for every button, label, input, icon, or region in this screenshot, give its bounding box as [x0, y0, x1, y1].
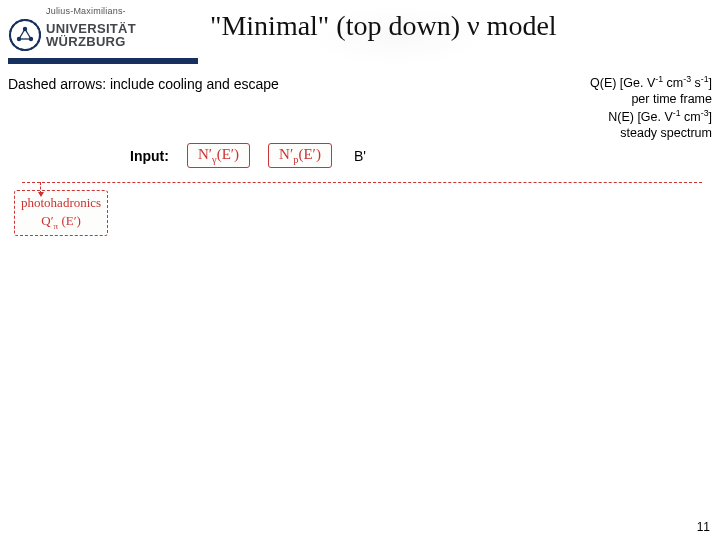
- input-b-prime: B': [354, 148, 366, 164]
- photohadronics-box: photohadronics Q′π (E′): [14, 190, 108, 236]
- logo-main: UNIVERSITÄT WÜRZBURG: [8, 18, 198, 52]
- q-info-line3: N(E) [Ge. V-1 cm-3]: [590, 108, 712, 125]
- svg-line-5: [19, 29, 25, 39]
- photohadronics-label: photohadronics: [21, 195, 101, 211]
- subtitle-row: Dashed arrows: include cooling and escap…: [0, 72, 720, 141]
- q-pi-expression: Q′π (E′): [21, 213, 101, 231]
- diagram-area: photohadronics Q′π (E′): [8, 176, 712, 236]
- slide-title: "Minimal" (top down) ν model: [210, 10, 557, 42]
- q-info-line2: per time frame: [590, 91, 712, 107]
- dashed-connector-line: [22, 182, 702, 183]
- input-row: Input: N′γ(E′) N′p(E′) B': [0, 141, 720, 174]
- header: Julius-Maximilians- UNIVERSITÄT WÜRZBURG: [0, 0, 720, 72]
- q-info-block: Q(E) [Ge. V-1 cm-3 s-1] per time frame N…: [590, 74, 716, 141]
- logo-underline-bar: [8, 58, 198, 64]
- input-n-gamma-box: N′γ(E′): [187, 143, 250, 168]
- input-label: Input:: [130, 148, 169, 164]
- svg-line-6: [25, 29, 31, 39]
- dashed-arrow-down-icon: [40, 182, 41, 194]
- logo-topline: Julius-Maximilians-: [46, 6, 198, 16]
- q-info-line1: Q(E) [Ge. V-1 cm-3 s-1]: [590, 74, 712, 91]
- input-n-p-box: N′p(E′): [268, 143, 332, 168]
- logo-line2: WÜRZBURG: [46, 35, 136, 48]
- logo-text: UNIVERSITÄT WÜRZBURG: [46, 22, 136, 48]
- slide-number: 11: [697, 520, 710, 534]
- university-logo-block: Julius-Maximilians- UNIVERSITÄT WÜRZBURG: [8, 6, 198, 64]
- q-info-line4: steady spectrum: [590, 125, 712, 141]
- university-crest-icon: [8, 18, 42, 52]
- dashed-arrows-note: Dashed arrows: include cooling and escap…: [8, 76, 279, 92]
